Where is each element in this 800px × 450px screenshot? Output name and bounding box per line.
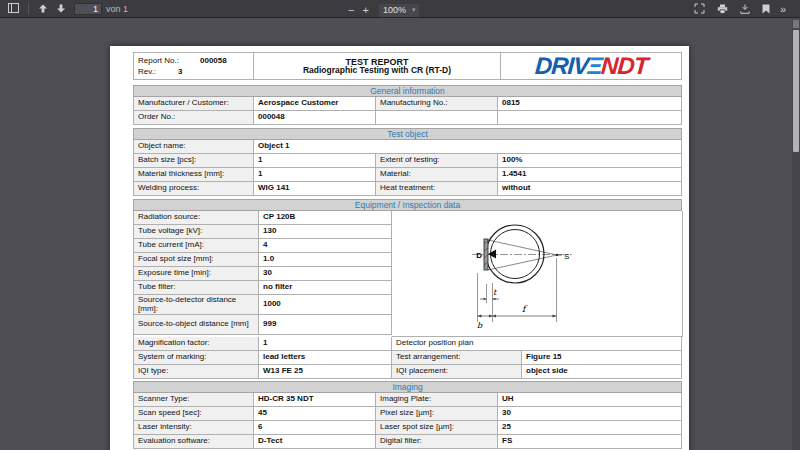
section-header-imaging: Imaging <box>133 381 682 393</box>
page-down-button[interactable] <box>52 1 70 17</box>
field-label: Focal spot size [mm]: <box>134 253 259 267</box>
field-label: Manufacturer / Customer: <box>134 97 254 111</box>
logo-text-blue: DRIV <box>534 52 589 79</box>
report-title-line2: Radiographic Testing with CR (RT-D) <box>303 66 451 75</box>
zoom-level-select[interactable]: 100% ▾ <box>379 4 420 17</box>
scroll-up-button[interactable] <box>793 20 799 28</box>
presentation-mode-icon <box>694 2 705 17</box>
zoom-out-button[interactable]: − <box>344 2 358 18</box>
logo-text-red: NDT <box>600 52 648 79</box>
field-label: Laser intensity: <box>134 421 254 435</box>
report-no-value: 000058 <box>200 56 227 65</box>
zoom-controls: − + 100% ▾ <box>344 2 419 18</box>
section-general: Manufacturer / Customer: Aerospace Custo… <box>133 97 682 125</box>
field-value: 1000 <box>259 295 392 315</box>
section-test-object: Object name: Object 1 Batch size [pcs]: … <box>133 140 682 196</box>
rev-value: 3 <box>178 67 182 76</box>
sidebar-toggle-icon <box>8 1 19 16</box>
field-label: Welding process: <box>134 182 254 196</box>
field-label: Exposure time [min]: <box>134 267 259 281</box>
section-imaging: Scanner Type: HD-CR 35 NDT Imaging Plate… <box>133 393 682 449</box>
field-label: Extent of testing: <box>376 154 498 168</box>
logo-cell: DRIVΞNDT <box>501 53 682 80</box>
field-value: 1.0 <box>259 253 392 267</box>
table-row: Magnification factor: 1 Detector positio… <box>134 337 682 351</box>
field-label: Laser spot size [µm]: <box>376 421 498 435</box>
table-row: Order No.: 000048 <box>134 111 682 125</box>
bookmark-button[interactable] <box>758 1 774 17</box>
field-value: 1 <box>254 154 376 168</box>
field-label: Source-to-detector distance [mm]: <box>134 295 259 315</box>
field-value: UH <box>498 393 682 407</box>
download-button[interactable] <box>736 1 754 17</box>
field-label: Radiation source: <box>134 211 259 225</box>
field-label: Material thickness [mm]: <box>134 168 254 182</box>
report-number-cell: Report No.:000058 Rev.:3 <box>134 53 254 80</box>
chevron-down-icon: ▾ <box>412 6 416 14</box>
field-label: Scanner Type: <box>134 393 254 407</box>
pdf-toolbar: von 1 − + 100% ▾ » <box>0 0 800 18</box>
table-row: Scanner Type: HD-CR 35 NDT Imaging Plate… <box>134 393 682 407</box>
field-label: System of marking: <box>134 351 259 365</box>
detector-position-plan-label: Detector position plan <box>392 337 682 351</box>
field-value: 130 <box>259 225 392 239</box>
field-value: CP 120B <box>259 211 392 225</box>
field-label: Manufacturing No.: <box>376 97 498 111</box>
table-row: Welding process: WIG 141 Heat treatment:… <box>134 182 682 196</box>
field-label: Material: <box>376 168 498 182</box>
field-value: 6 <box>254 421 376 435</box>
field-value: 1 <box>254 168 376 182</box>
field-label: Digital filter: <box>376 435 498 449</box>
company-logo: DRIVΞNDT <box>534 62 647 71</box>
field-value: 999 <box>259 315 392 335</box>
page-number-input[interactable] <box>74 3 102 15</box>
field-value: without <box>498 182 682 196</box>
field-value: FS <box>498 435 682 449</box>
toolbar-right-group: » <box>690 1 788 17</box>
detector-label: D <box>476 251 482 260</box>
field-value: 4 <box>259 239 392 253</box>
field-label: Pixel size [µm]: <box>376 407 498 421</box>
source-label: S <box>564 252 569 261</box>
field-value: 1.4541 <box>498 168 682 182</box>
table-row: Material thickness [mm]: 1 Material: 1.4… <box>134 168 682 182</box>
field-value: Figure 15 <box>522 351 682 365</box>
viewer-canvas: Report No.:000058 Rev.:3 TEST REPORT Rad… <box>0 19 792 450</box>
presentation-mode-button[interactable] <box>690 1 709 17</box>
section-header-equipment: Equipment / Inspection data <box>133 199 682 211</box>
field-value: 25 <box>498 421 682 435</box>
field-label: Batch size [pcs]: <box>134 154 254 168</box>
table-row: Evaluation software: D-Tect Digital filt… <box>134 435 682 449</box>
print-button[interactable] <box>713 1 732 17</box>
field-value: 000048 <box>254 111 376 125</box>
table-row: Laser intensity: 6 Laser spot size [µm]:… <box>134 421 682 435</box>
toolbar-more-button[interactable]: » <box>778 1 788 17</box>
field-value: HD-CR 35 NDT <box>254 393 376 407</box>
field-value: D-Tect <box>254 435 376 449</box>
scrollbar-thumb[interactable] <box>793 30 799 152</box>
page-count-label: von 1 <box>106 4 128 14</box>
table-row: IQI type: W13 FE 25 IQI placement: objec… <box>134 365 682 379</box>
field-value: W13 FE 25 <box>259 365 392 379</box>
field-value: 1 <box>259 337 392 351</box>
vertical-scrollbar[interactable] <box>792 19 800 450</box>
page-up-button[interactable] <box>34 1 52 17</box>
section-header-general: General information <box>133 85 682 97</box>
report-header: Report No.:000058 Rev.:3 TEST REPORT Rad… <box>133 52 682 80</box>
field-label: Test arrangement: <box>392 351 522 365</box>
page-down-icon <box>56 1 66 16</box>
field-value: object side <box>522 365 682 379</box>
field-label: Scan speed [sec]: <box>134 407 254 421</box>
zoom-in-button[interactable]: + <box>358 2 372 18</box>
field-label: Tube current [mA]: <box>134 239 259 253</box>
field-value: Aerospace Customer <box>254 97 376 111</box>
field-value: WIG 141 <box>254 182 376 196</box>
field-label: Tube voltage [kV]: <box>134 225 259 239</box>
toolbar-separator <box>28 3 29 14</box>
field-value: 100% <box>498 154 682 168</box>
report-table: Report No.:000058 Rev.:3 TEST REPORT Rad… <box>133 52 682 450</box>
field-label <box>376 111 498 125</box>
field-label: Evaluation software: <box>134 435 254 449</box>
table-row: Object name: Object 1 <box>134 140 682 154</box>
sidebar-toggle-button[interactable] <box>4 1 23 17</box>
